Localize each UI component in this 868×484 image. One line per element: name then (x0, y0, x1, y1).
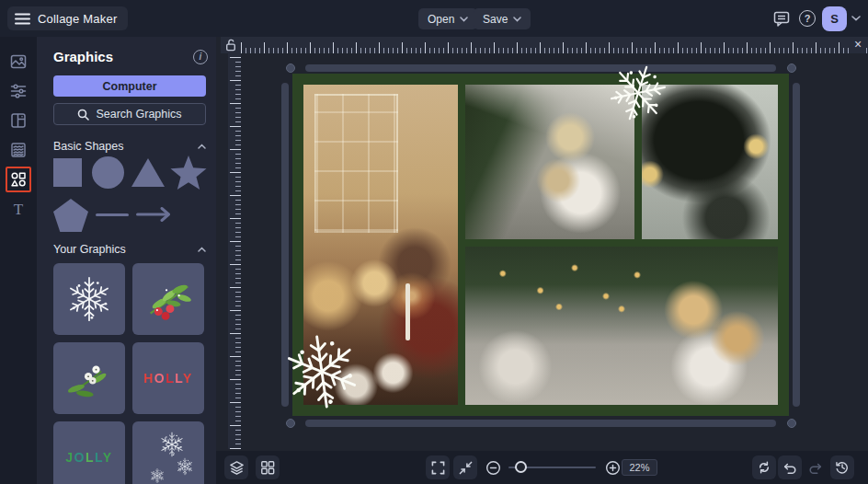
chevron-up-icon (198, 247, 206, 252)
horizontal-ruler[interactable] (241, 37, 868, 53)
computer-upload-button[interactable]: Computer (53, 75, 206, 97)
redo-icon (808, 461, 823, 475)
rail-item-patterns[interactable] (0, 136, 37, 164)
graphic-thumb-snowflake[interactable] (53, 263, 125, 335)
your-graphics-label: Your Graphics (53, 243, 126, 256)
active-tool-highlight (6, 167, 31, 192)
feedback-icon (773, 11, 790, 27)
help-button[interactable]: ? (796, 7, 818, 29)
chevron-up-icon (198, 144, 206, 149)
plus-circle-icon (605, 460, 621, 476)
basic-shapes-header[interactable]: Basic Shapes (53, 140, 206, 153)
selection-corner-top-right[interactable] (787, 63, 796, 73)
rail-item-text[interactable]: T (0, 196, 37, 224)
graphics-panel: Graphics i Computer Search Graphics Basi… (37, 37, 216, 484)
shape-star[interactable] (170, 156, 207, 190)
graphic-thumb-mistletoe[interactable] (53, 342, 125, 414)
search-graphics-button[interactable]: Search Graphics (53, 103, 206, 125)
search-icon (77, 109, 89, 121)
ruler-lock-button[interactable] (221, 37, 241, 53)
feedback-button[interactable] (771, 7, 793, 29)
holly-word-graphic: HOLLY (143, 371, 193, 386)
lock-open-icon (225, 39, 236, 52)
history-icon (835, 460, 850, 475)
help-icon: ? (799, 10, 816, 27)
panel-title: Graphics (53, 49, 113, 64)
selection-handle-bottom[interactable] (305, 420, 776, 427)
grid-icon (260, 460, 275, 475)
open-button-label: Open (428, 13, 454, 26)
hamburger-menu-icon[interactable] (15, 13, 30, 25)
shape-pentagon[interactable] (53, 199, 88, 232)
shape-line[interactable] (96, 213, 129, 216)
undo-button[interactable] (778, 455, 802, 479)
shape-square[interactable] (53, 158, 82, 187)
sliders-icon (10, 83, 27, 99)
undo-icon (782, 461, 797, 475)
account-avatar[interactable]: S (822, 6, 847, 31)
redo-button (804, 455, 828, 479)
minus-circle-icon (485, 460, 501, 476)
avatar-initial: S (830, 12, 839, 26)
info-icon[interactable]: i (193, 50, 208, 64)
chevron-down-icon (513, 17, 521, 22)
app-title: Collage Maker (38, 12, 117, 26)
graphic-thumb-holly-berries[interactable] (132, 263, 204, 335)
top-toolbar: Collage Maker Open Save ? S (0, 0, 868, 37)
layout-grid-button[interactable] (256, 455, 280, 479)
rail-item-graphics[interactable] (0, 166, 37, 193)
vertical-ruler[interactable] (228, 53, 241, 449)
rail-item-photos[interactable] (0, 48, 37, 75)
photo-mother-daughters-couch[interactable] (465, 247, 778, 405)
chevron-down-icon (851, 16, 861, 21)
app-window: Collage Maker Open Save ? S (0, 0, 868, 484)
graphic-thumb-jolly-word[interactable]: JOLLY (53, 421, 125, 484)
rail-item-layouts[interactable] (0, 107, 37, 134)
basic-shapes-label: Basic Shapes (53, 140, 123, 153)
expand-icon (431, 461, 445, 475)
layout-icon (10, 112, 27, 129)
canvas-area: × (216, 37, 868, 451)
app-menu-chip[interactable]: Collage Maker (7, 6, 128, 30)
reset-button[interactable] (752, 455, 776, 479)
open-button[interactable]: Open (418, 8, 477, 29)
tool-rail: T (0, 37, 37, 484)
account-menu-button[interactable] (848, 7, 864, 29)
close-rulers-icon[interactable]: × (851, 37, 865, 53)
jolly-word-graphic: JOLLY (65, 450, 112, 465)
pattern-icon (10, 142, 27, 158)
selection-handle-right[interactable] (793, 83, 800, 407)
selection-handle-top[interactable] (305, 64, 776, 72)
layers-icon (229, 460, 245, 476)
history-button[interactable] (830, 455, 854, 479)
bottom-toolbar: 22% (216, 451, 868, 484)
your-graphics-header[interactable]: Your Graphics (53, 243, 206, 256)
fit-to-screen-button[interactable] (453, 455, 477, 479)
layers-button[interactable] (224, 455, 248, 479)
zoom-level-value: 22% (622, 459, 657, 476)
zoom-slider-handle[interactable] (515, 461, 527, 473)
shape-circle[interactable] (92, 156, 124, 189)
snowflake-decoration-bottom-left[interactable] (272, 322, 371, 421)
image-icon (10, 53, 27, 70)
shrink-icon (459, 461, 473, 475)
save-button[interactable]: Save (474, 8, 531, 29)
selection-corner-top-left[interactable] (286, 63, 295, 73)
chevron-down-icon (460, 17, 468, 22)
graphic-thumb-snowflakes-trio[interactable] (132, 421, 204, 484)
save-button-label: Save (483, 13, 508, 26)
graphic-thumb-holly-word[interactable]: HOLLY (132, 342, 204, 414)
text-icon: T (14, 201, 23, 219)
shape-arrow[interactable] (136, 207, 171, 222)
fullscreen-button[interactable] (426, 455, 450, 479)
zoom-out-button[interactable] (481, 455, 505, 479)
selection-corner-bottom-right[interactable] (787, 419, 796, 428)
collage-artboard[interactable] (292, 74, 789, 416)
shape-triangle[interactable] (131, 158, 165, 187)
refresh-icon (757, 460, 771, 475)
search-graphics-label: Search Graphics (96, 108, 181, 121)
rail-item-adjust[interactable] (0, 77, 37, 105)
